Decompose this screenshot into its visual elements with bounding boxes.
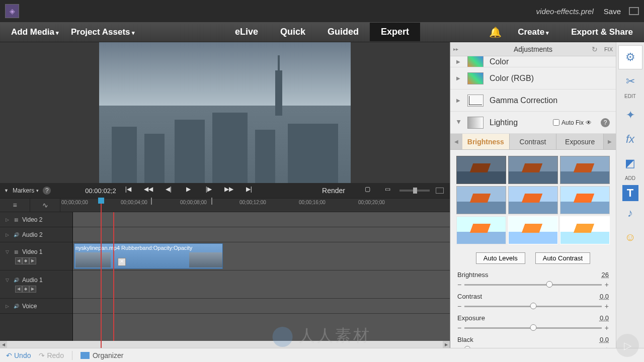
track-lane-video1[interactable]: nyskylinepan.mp4 Rubberband:Opacity:Opac…: [73, 242, 450, 270]
preset-thumb[interactable]: [508, 216, 558, 244]
brightness-slider[interactable]: [464, 284, 602, 286]
preset-thumb[interactable]: [560, 216, 610, 244]
keyframe-add-icon[interactable]: ◆: [22, 286, 29, 293]
keyframe-prev-icon[interactable]: ◀: [15, 257, 22, 264]
track-header-audio2[interactable]: ▷ 🔊 Audio 2: [0, 227, 72, 242]
next-frame-icon[interactable]: ▶▶: [223, 186, 235, 196]
sub-tab-contrast[interactable]: Contrast: [510, 134, 557, 149]
timeline-scrollbar[interactable]: ◀ ▶: [0, 341, 450, 348]
preset-thumb[interactable]: [508, 156, 558, 184]
scroll-left-icon[interactable]: ◀: [0, 341, 7, 348]
split-view-icon[interactable]: ▭: [381, 186, 393, 196]
auto-fix-checkbox[interactable]: Auto Fix 👁: [553, 119, 592, 126]
add-media-menu[interactable]: Add Media: [5, 27, 65, 37]
decrease-icon[interactable]: −: [457, 302, 461, 310]
transitions-icon[interactable]: ◩: [618, 151, 642, 175]
category-gamma[interactable]: ▶ Gamma Correction: [450, 89, 616, 112]
collapse-icon[interactable]: ▷: [4, 217, 10, 223]
preset-thumb[interactable]: [456, 216, 506, 244]
tab-quick[interactable]: Quick: [269, 23, 316, 41]
prev-frame-icon[interactable]: ◀◀: [142, 186, 154, 196]
help-icon[interactable]: ?: [601, 118, 610, 127]
tab-scroll-right-icon[interactable]: ▶: [604, 134, 616, 149]
safe-margins-icon[interactable]: ▢: [361, 186, 373, 196]
timeline-tool-sliders-icon[interactable]: ≡: [0, 199, 30, 212]
markers-dropdown[interactable]: Markers ▾: [13, 187, 39, 194]
help-icon[interactable]: ?: [43, 187, 51, 195]
preset-thumb[interactable]: [560, 186, 610, 214]
tab-scroll-left-icon[interactable]: ◀: [450, 134, 462, 149]
category-lighting[interactable]: ▶ Lighting Auto Fix 👁 ?: [450, 112, 616, 134]
titles-icon[interactable]: T: [622, 185, 638, 201]
create-menu[interactable]: Create: [512, 27, 555, 37]
render-button[interactable]: Render: [322, 187, 345, 195]
fx-badge-icon[interactable]: ✕: [118, 258, 126, 266]
timeline-ruler[interactable]: 00;00;00;00 00;00;04;00 00;00;08;00 00;0…: [60, 199, 450, 212]
reset-icon[interactable]: ↻: [592, 45, 598, 53]
fullframe-icon[interactable]: [436, 188, 444, 194]
increase-icon[interactable]: +: [605, 324, 609, 332]
black-value[interactable]: 0.0: [600, 336, 609, 343]
timeline-tool-waveform-icon[interactable]: ∿: [30, 199, 60, 212]
step-back-icon[interactable]: ◀|: [163, 186, 175, 196]
auto-contrast-button[interactable]: Auto Contrast: [535, 252, 591, 264]
fx-star-icon[interactable]: ✦: [618, 103, 642, 127]
collapse-icon[interactable]: ▷: [4, 303, 10, 309]
decrease-icon[interactable]: −: [457, 324, 461, 332]
organizer-button[interactable]: Organizer: [80, 351, 123, 359]
tools-icon[interactable]: ✂: [618, 69, 642, 94]
decrease-icon[interactable]: −: [457, 281, 461, 289]
collapse-icon[interactable]: ▽: [4, 249, 10, 255]
graphics-icon[interactable]: ☺: [618, 225, 642, 249]
fx-icon[interactable]: fx: [618, 127, 642, 151]
play-overlay-icon[interactable]: ▷: [616, 334, 639, 357]
video-preview[interactable]: [99, 42, 351, 183]
track-lane-audio2[interactable]: [73, 227, 450, 242]
track-header-video2[interactable]: ▷ ▦ Video 2: [0, 212, 72, 227]
track-lane-voice[interactable]: [73, 299, 450, 314]
tab-guided[interactable]: Guided: [316, 23, 370, 41]
preset-thumb[interactable]: [508, 186, 558, 214]
preset-thumb[interactable]: [560, 156, 610, 184]
keyframe-next-icon[interactable]: ▶: [29, 286, 36, 293]
adjust-tool-icon[interactable]: ⚙: [618, 45, 642, 69]
track-header-audio1[interactable]: ▽ 🔊 Audio 1 ◀ ◆ ▶: [0, 270, 72, 299]
play-icon[interactable]: ▶: [183, 186, 195, 196]
track-lane-video2[interactable]: [73, 212, 450, 227]
increase-icon[interactable]: +: [605, 281, 609, 289]
keyframe-add-icon[interactable]: ◆: [22, 257, 29, 264]
fix-button[interactable]: FIX: [604, 46, 613, 52]
contrast-value[interactable]: 0.0: [600, 293, 609, 300]
playhead[interactable]: [101, 199, 102, 348]
music-icon[interactable]: ♪: [618, 201, 642, 225]
redo-button[interactable]: ↷ Redo: [39, 351, 63, 359]
category-color-rgb[interactable]: ▶ Color (RGB): [450, 67, 616, 89]
notifications-icon[interactable]: 🔔: [489, 26, 502, 38]
goto-start-icon[interactable]: |◀: [122, 186, 134, 196]
sub-tab-exposure[interactable]: Exposure: [556, 134, 604, 149]
collapse-icon[interactable]: ▷: [4, 232, 10, 238]
increase-icon[interactable]: +: [605, 302, 609, 310]
timecode-display[interactable]: 00:00:02;2: [85, 187, 116, 195]
contrast-slider[interactable]: [464, 306, 602, 307]
exposure-value[interactable]: 0.0: [600, 314, 609, 322]
undo-button[interactable]: ↶ Undo: [6, 351, 31, 359]
export-share-button[interactable]: Export & Share: [565, 27, 639, 37]
fullscreen-icon[interactable]: [629, 7, 639, 15]
brightness-value[interactable]: 26: [602, 271, 609, 279]
exposure-slider[interactable]: [464, 327, 602, 329]
scroll-right-icon[interactable]: ▶: [443, 341, 450, 348]
category-color[interactable]: ▶ Color: [450, 56, 616, 67]
tab-elive[interactable]: eLive: [224, 23, 269, 41]
eye-icon[interactable]: 👁: [586, 119, 592, 126]
sub-tab-brightness[interactable]: Brightness: [462, 134, 510, 149]
zoom-slider[interactable]: [399, 190, 430, 192]
keyframe-prev-icon[interactable]: ◀: [15, 286, 22, 293]
preset-thumb[interactable]: [456, 186, 506, 214]
panel-collapse-icon[interactable]: ▸▸: [453, 46, 458, 52]
track-header-video1[interactable]: ▽ ▦ Video 1 ◀ ◆ ▶: [0, 242, 72, 270]
preset-thumb[interactable]: [456, 156, 506, 184]
save-button[interactable]: Save: [604, 7, 621, 16]
tab-expert[interactable]: Expert: [370, 23, 420, 41]
auto-levels-button[interactable]: Auto Levels: [476, 252, 525, 264]
